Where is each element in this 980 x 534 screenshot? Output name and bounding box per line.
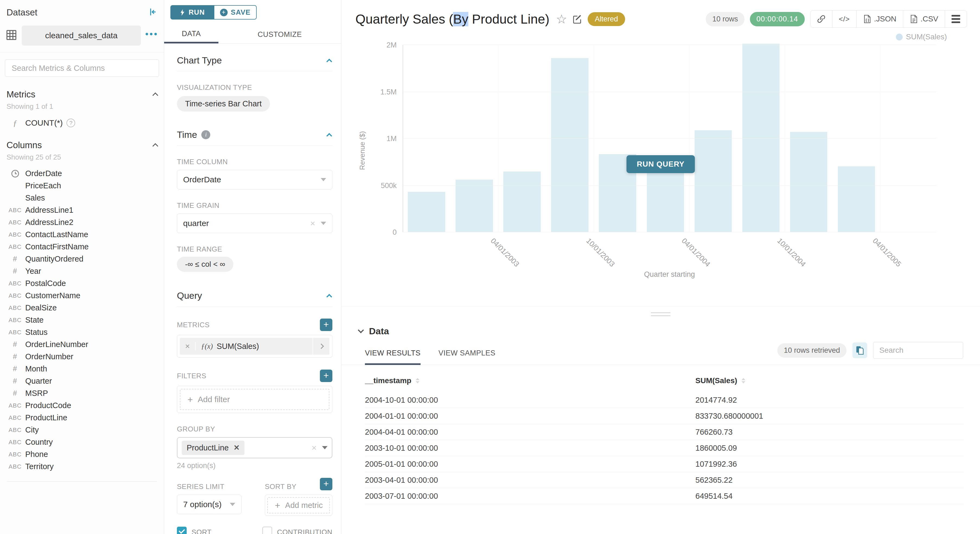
column-label: OrderDate (25, 169, 62, 178)
bar-2003-04-01[interactable] (455, 180, 493, 232)
bar-2004-10-01[interactable] (742, 44, 780, 232)
metric-item[interactable]: ƒ COUNT(*) ? (5, 118, 159, 127)
column-item[interactable]: ABCAddressLine1 (5, 204, 159, 216)
collapse-sidebar-icon[interactable] (148, 7, 158, 18)
visualization-type-value[interactable]: Time-series Bar Chart (177, 96, 270, 111)
column-item[interactable]: ABCContactLastName (5, 229, 159, 241)
contribution-checkbox[interactable] (262, 527, 272, 534)
collapse-data-icon[interactable] (358, 327, 364, 333)
tab-view-results[interactable]: VIEW RESULTS (365, 349, 420, 365)
column-item[interactable]: #OrderLineNumber (5, 339, 159, 351)
run-query-button[interactable]: RUN QUERY (627, 155, 695, 173)
column-item[interactable]: ABCContactFirstName (5, 241, 159, 253)
column-item[interactable]: #Month (5, 363, 159, 375)
column-item[interactable]: OrderDate (5, 167, 159, 180)
tab-view-samples[interactable]: VIEW SAMPLES (438, 349, 495, 365)
expand-metric-icon[interactable] (313, 338, 329, 354)
group-by-select[interactable]: ProductLine ✕ × (177, 437, 332, 458)
column-item[interactable]: ABCStatus (5, 326, 159, 339)
add-filter-button[interactable]: + (320, 370, 332, 382)
column-item[interactable]: ABCPhone (5, 448, 159, 461)
sort-icon[interactable] (416, 378, 420, 383)
table-row[interactable]: 2004-01-01 00:00:00833730.680000001 (365, 408, 964, 424)
table-row[interactable]: 2003-07-01 00:00:00649514.54 (365, 488, 964, 504)
chart-legend[interactable]: SUM(Sales) (896, 33, 947, 41)
save-button[interactable]: + SAVE (214, 5, 257, 19)
metric-chip[interactable]: × ƒ(x) SUM(Sales) (180, 338, 329, 354)
column-item[interactable]: ABCState (5, 314, 159, 326)
remove-tag-icon[interactable]: ✕ (234, 444, 240, 451)
column-item[interactable]: PriceEach (5, 180, 159, 192)
column-header-timestamp[interactable]: __timestamp (365, 377, 695, 385)
collapse-section-icon[interactable] (326, 294, 332, 300)
column-item[interactable]: #Quarter (5, 375, 159, 387)
edit-properties-icon[interactable] (572, 14, 582, 24)
export-json-button[interactable]: .JSON (856, 11, 903, 27)
column-item[interactable]: ABCDealSize (5, 302, 159, 314)
group-by-tag[interactable]: ProductLine ✕ (182, 441, 245, 455)
add-sort-metric-button[interactable]: + (320, 478, 332, 490)
collapse-columns-icon[interactable] (153, 143, 158, 149)
text-type-icon: ABC (5, 463, 25, 470)
table-row[interactable]: 2004-10-01 00:00:002014774.92 (365, 392, 964, 408)
dataset-more-icon[interactable]: ••• (145, 29, 158, 42)
legend-dot-icon (896, 33, 903, 40)
column-item[interactable]: ABCTerritory (5, 461, 159, 473)
help-icon[interactable]: ? (67, 119, 75, 127)
resize-handle[interactable] (648, 310, 673, 319)
copy-link-button[interactable] (810, 11, 832, 27)
embed-code-button[interactable]: </> (832, 11, 857, 27)
column-item[interactable]: Sales (5, 192, 159, 204)
bar-2003-01-01[interactable] (408, 192, 445, 232)
column-header-sum-sales[interactable]: SUM(Sales) (695, 377, 745, 385)
sort-icon[interactable] (741, 378, 745, 383)
time-grain-select[interactable]: quarter × (177, 213, 332, 233)
clear-icon[interactable]: × (312, 443, 317, 452)
time-column-select[interactable]: OrderDate (177, 170, 332, 189)
series-limit-select[interactable]: 7 option(s) (177, 495, 242, 514)
time-range-value[interactable]: -∞ ≤ col < ∞ (177, 257, 233, 272)
collapse-metrics-icon[interactable] (153, 92, 158, 98)
dataset-name[interactable]: cleaned_sales_data (22, 25, 141, 46)
column-item[interactable]: ABCCity (5, 424, 159, 436)
add-filter-dropzone[interactable]: + Add filter (180, 389, 329, 410)
column-item[interactable]: ABCCustomerName (5, 289, 159, 302)
table-row[interactable]: 2005-01-01 00:00:001071992.36 (365, 456, 964, 472)
column-item[interactable]: #Year (5, 265, 159, 277)
bar-2003-10-01[interactable] (551, 58, 588, 232)
tab-customize[interactable]: CUSTOMIZE (218, 25, 341, 43)
table-row[interactable]: 2004-04-01 00:00:00766260.73 (365, 424, 964, 440)
search-metrics-columns-input[interactable] (11, 64, 153, 73)
remove-metric-icon[interactable]: × (180, 342, 196, 350)
add-sort-metric-dropzone[interactable]: + Add metric (267, 497, 330, 513)
run-button[interactable]: RUN (170, 5, 214, 19)
column-item[interactable]: #MSRP (5, 387, 159, 399)
table-row[interactable]: 2003-10-01 00:00:001860005.09 (365, 440, 964, 456)
sort-descending-checkbox[interactable] (177, 527, 187, 534)
bar-2004-07-01[interactable] (695, 130, 732, 232)
column-item[interactable]: #OrderNumber (5, 351, 159, 363)
column-item[interactable]: ABCPostalCode (5, 277, 159, 289)
export-csv-button[interactable]: .CSV (903, 11, 945, 27)
bar-2005-01-01[interactable] (790, 132, 827, 232)
column-item[interactable]: ABCProductLine (5, 412, 159, 424)
tab-data[interactable]: DATA (164, 25, 218, 43)
time-grain-label: TIME GRAIN (177, 201, 220, 210)
chart-menu-button[interactable] (945, 11, 967, 27)
table-row[interactable]: 2003-04-01 00:00:00562365.22 (365, 472, 964, 488)
results-search-input[interactable] (879, 346, 958, 355)
add-metric-button[interactable]: + (320, 319, 332, 331)
collapse-section-icon[interactable] (326, 59, 332, 64)
column-item[interactable]: ABCProductCode (5, 399, 159, 412)
column-item[interactable]: ABCCountry (5, 436, 159, 448)
clear-icon[interactable]: × (310, 219, 315, 228)
altered-badge[interactable]: Altered (588, 12, 625, 26)
bar-2005-04-01[interactable] (838, 166, 875, 232)
column-item[interactable]: ABCAddressLine2 (5, 216, 159, 229)
copy-data-button[interactable] (853, 342, 867, 358)
bar-2003-07-01[interactable] (503, 172, 541, 232)
favorite-star-icon[interactable]: ☆ (556, 13, 567, 25)
collapse-section-icon[interactable] (326, 133, 332, 139)
column-item[interactable]: #QuantityOrdered (5, 253, 159, 265)
chart-title[interactable]: Quarterly Sales (By Product Line) (355, 12, 549, 27)
